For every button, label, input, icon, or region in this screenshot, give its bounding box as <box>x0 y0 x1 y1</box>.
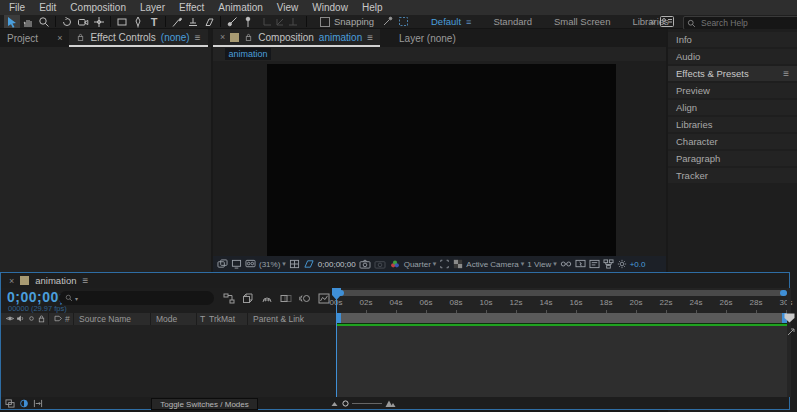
label-icon[interactable] <box>53 314 63 323</box>
camera-tool-icon[interactable] <box>75 15 91 28</box>
world-axis-icon[interactable] <box>275 17 285 27</box>
navigator-end-handle[interactable] <box>780 290 787 296</box>
eraser-tool-icon[interactable] <box>201 15 217 28</box>
lock-icon[interactable] <box>76 32 85 42</box>
snapshot-icon[interactable] <box>359 259 371 269</box>
puppet-pin-tool-icon[interactable] <box>240 15 256 28</box>
timeline-tab-label[interactable]: animation <box>35 275 76 286</box>
composition-tab[interactable]: × Composition animation ≡ <box>213 29 380 47</box>
brush-tool-icon[interactable] <box>169 15 185 28</box>
track-area[interactable] <box>336 326 787 397</box>
always-preview-icon[interactable] <box>217 259 228 269</box>
show-snapshot-icon[interactable] <box>374 259 386 269</box>
menu-effect[interactable]: Effect <box>172 0 211 15</box>
pen-tool-icon[interactable] <box>130 15 146 28</box>
solo-icon[interactable] <box>27 314 36 323</box>
column-trkmat[interactable]: TrkMat <box>209 314 235 324</box>
view-axis-icon[interactable] <box>288 17 298 27</box>
sidebar-panel-preview[interactable]: Preview <box>668 83 797 98</box>
help-search-box[interactable] <box>683 16 797 30</box>
toggle-viewer-icon[interactable] <box>231 259 242 269</box>
menu-animation[interactable]: Animation <box>211 0 269 15</box>
grid-guides-icon[interactable] <box>289 259 300 269</box>
close-icon[interactable]: × <box>9 276 14 286</box>
fast-previews-icon[interactable] <box>575 259 586 269</box>
pixel-aspect-icon[interactable] <box>560 259 572 269</box>
menu-file[interactable]: File <box>2 0 32 15</box>
mask-visibility-icon[interactable] <box>303 259 315 269</box>
sidebar-panel-audio[interactable]: Audio <box>668 49 797 64</box>
transparency-grid-icon[interactable] <box>453 259 463 269</box>
workspace-menu-icon[interactable]: ≡ <box>466 15 471 29</box>
snap-to-point-icon[interactable] <box>382 16 393 27</box>
sidebar-panel-libraries[interactable]: Libraries <box>668 117 797 132</box>
menu-edit[interactable]: Edit <box>32 0 63 15</box>
playhead-handle[interactable] <box>332 288 341 300</box>
close-icon[interactable]: × <box>57 33 62 43</box>
frame-blending-icon[interactable] <box>280 293 292 304</box>
comp-timecode[interactable]: 0;00;00;00 <box>318 260 356 269</box>
hand-tool-icon[interactable] <box>20 15 36 28</box>
exposure-value[interactable]: +0.0 <box>630 260 646 269</box>
menu-layer[interactable]: Layer <box>133 0 172 15</box>
effect-controls-tab[interactable]: Effect Controls (none) ≡ <box>69 29 207 47</box>
roto-brush-tool-icon[interactable] <box>224 15 240 28</box>
workspace-tab-small-screen[interactable]: Small Screen <box>543 15 622 29</box>
menu-view[interactable]: View <box>270 0 306 15</box>
audio-icon[interactable] <box>16 314 25 323</box>
vr-monitor-icon[interactable] <box>245 259 256 269</box>
workspace-tab-standard[interactable]: Standard <box>482 15 543 29</box>
timeline-search-box[interactable]: ▾ <box>59 291 214 305</box>
work-area-bar[interactable] <box>336 313 787 323</box>
clone-stamp-tool-icon[interactable] <box>185 15 201 28</box>
selection-tool-icon[interactable] <box>4 15 20 28</box>
toggle-switches-modes-button[interactable]: Toggle Switches / Modes <box>151 398 258 410</box>
composition-frame[interactable] <box>267 64 616 256</box>
column-number[interactable]: # <box>65 314 70 324</box>
panel-menu-icon[interactable]: ≡ <box>82 275 88 286</box>
workspace-tab-default[interactable]: Default≡ <box>420 15 482 29</box>
zoom-slider-knob[interactable] <box>342 400 349 407</box>
local-axis-icon[interactable] <box>262 17 272 27</box>
comp-marker-button-icon[interactable] <box>787 328 795 336</box>
workspace-overflow-button[interactable]: » <box>644 15 662 29</box>
panel-menu-icon[interactable]: ≡ <box>367 32 373 43</box>
reset-exposure-icon[interactable] <box>617 259 627 269</box>
channels-icon[interactable] <box>389 259 401 269</box>
timeline-button-icon[interactable] <box>589 259 600 269</box>
panel-menu-icon[interactable]: ≡ <box>195 32 201 43</box>
pan-behind-tool-icon[interactable] <box>91 15 107 28</box>
type-tool-icon[interactable]: T <box>146 15 162 28</box>
workspace-manager-icon[interactable] <box>660 16 674 27</box>
shape-tool-icon[interactable] <box>114 15 130 28</box>
expand-inout-icon[interactable] <box>33 399 43 408</box>
panel-menu-icon[interactable]: ≡ <box>783 68 789 79</box>
timeline-search-input[interactable] <box>80 292 194 304</box>
graph-editor-icon[interactable] <box>318 293 330 304</box>
rotation-tool-icon[interactable] <box>59 15 75 28</box>
zoom-in-mountain-icon[interactable] <box>385 399 396 408</box>
sidebar-panel-align[interactable]: Align <box>668 100 797 115</box>
resolution-select[interactable]: Quarter▾ <box>404 260 437 269</box>
mini-flowchart-icon[interactable] <box>223 293 235 304</box>
layer-list-area[interactable] <box>1 325 336 397</box>
motion-blur-icon[interactable] <box>299 293 311 304</box>
expand-transfer-controls-icon[interactable] <box>19 399 29 408</box>
view-layout-select[interactable]: 1 View▾ <box>527 260 556 269</box>
video-eye-icon[interactable] <box>5 314 15 323</box>
expand-layer-switches-icon[interactable] <box>5 399 15 408</box>
camera-select[interactable]: Active Camera▾ <box>466 260 524 269</box>
layer-tab[interactable]: Layer (none) <box>392 29 463 47</box>
time-navigator[interactable] <box>337 290 787 296</box>
sidebar-panel-info[interactable]: Info <box>668 32 797 47</box>
project-tab[interactable]: Project × <box>0 29 69 47</box>
draft-3d-icon[interactable] <box>242 293 254 304</box>
lock-icon[interactable] <box>37 314 46 323</box>
snapping-control[interactable]: Snapping <box>320 16 374 27</box>
sidebar-panel-character[interactable]: Character <box>668 134 797 149</box>
sidebar-panel-paragraph[interactable]: Paragraph <box>668 151 797 166</box>
flowchart-icon[interactable] <box>603 259 614 269</box>
region-of-interest-icon[interactable] <box>439 259 450 269</box>
zoom-tool-icon[interactable] <box>36 15 52 28</box>
magnification-select[interactable]: (31%)▾ <box>259 260 286 269</box>
